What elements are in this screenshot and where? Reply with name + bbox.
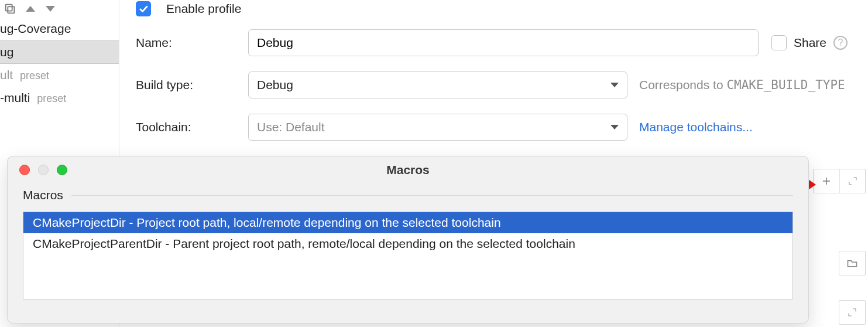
manage-toolchains-link[interactable]: Manage toolchains... bbox=[639, 120, 753, 134]
name-input[interactable] bbox=[257, 36, 750, 50]
svg-rect-1 bbox=[6, 5, 12, 11]
browse-button-group bbox=[839, 251, 866, 275]
hint-var: CMAKE_BUILD_TYPE bbox=[726, 78, 845, 92]
list-item[interactable]: CMakeProjectDir - Project root path, loc… bbox=[23, 212, 792, 233]
move-down-icon[interactable] bbox=[44, 5, 56, 13]
build-type-select[interactable]: Debug bbox=[248, 71, 627, 98]
name-label: Name: bbox=[136, 36, 241, 50]
list-item[interactable]: ult preset bbox=[0, 64, 119, 87]
help-icon[interactable]: ? bbox=[833, 36, 848, 50]
dialog-title: Macros bbox=[8, 163, 808, 177]
toolchain-label: Toolchain: bbox=[136, 120, 241, 134]
preset-badge: preset bbox=[37, 93, 66, 104]
share-checkbox[interactable] bbox=[771, 35, 787, 50]
svg-rect-0 bbox=[8, 6, 14, 13]
expand-button-group bbox=[839, 300, 866, 325]
sidebar-item-label: ug-Coverage bbox=[0, 22, 71, 35]
macros-list[interactable]: CMakeProjectDir - Project root path, loc… bbox=[23, 212, 793, 299]
share-label: Share bbox=[794, 36, 826, 50]
svg-marker-3 bbox=[46, 6, 55, 12]
list-item[interactable]: ug-Coverage bbox=[0, 18, 119, 40]
macro-insert-buttons bbox=[813, 169, 866, 193]
divider bbox=[71, 195, 793, 196]
dialog-titlebar: Macros bbox=[8, 156, 808, 183]
chevron-down-icon bbox=[610, 125, 619, 130]
enable-profile-checkbox[interactable] bbox=[136, 1, 151, 16]
toolchain-select[interactable]: Use: Default bbox=[248, 114, 627, 141]
enable-profile-label: Enable profile bbox=[166, 2, 241, 16]
plus-icon[interactable] bbox=[814, 169, 839, 193]
sidebar-item-label: ult bbox=[0, 68, 13, 81]
macro-item-label: CMakeProjectParentDir - Parent project r… bbox=[33, 237, 575, 250]
list-item[interactable]: -multi preset bbox=[0, 87, 119, 110]
macros-section-label: Macros bbox=[23, 188, 63, 202]
folder-icon[interactable] bbox=[839, 251, 865, 275]
toolchain-value: Use: Default bbox=[257, 120, 325, 134]
sidebar-toolbar bbox=[0, 0, 119, 18]
preset-badge: preset bbox=[20, 70, 49, 81]
hint-prefix: Corresponds to bbox=[639, 78, 726, 91]
chevron-down-icon bbox=[610, 83, 619, 87]
expand-icon[interactable] bbox=[839, 301, 865, 324]
copy-icon[interactable] bbox=[4, 2, 16, 15]
sidebar-item-label: -multi bbox=[0, 91, 30, 104]
macro-item-label: CMakeProjectDir - Project root path, loc… bbox=[33, 216, 501, 229]
build-type-hint: Corresponds to CMAKE_BUILD_TYPE bbox=[639, 78, 845, 92]
list-item[interactable]: CMakeProjectParentDir - Parent project r… bbox=[23, 233, 792, 254]
move-up-icon[interactable] bbox=[25, 5, 36, 13]
sidebar-item-label: ug bbox=[0, 45, 13, 59]
expand-icon[interactable] bbox=[839, 169, 865, 193]
name-field[interactable] bbox=[248, 29, 759, 56]
build-type-value: Debug bbox=[257, 78, 293, 92]
build-type-label: Build type: bbox=[136, 78, 241, 92]
svg-marker-2 bbox=[26, 6, 35, 12]
macros-dialog: Macros Macros CMakeProjectDir - Project … bbox=[7, 156, 809, 323]
list-item[interactable]: ug bbox=[0, 40, 119, 64]
